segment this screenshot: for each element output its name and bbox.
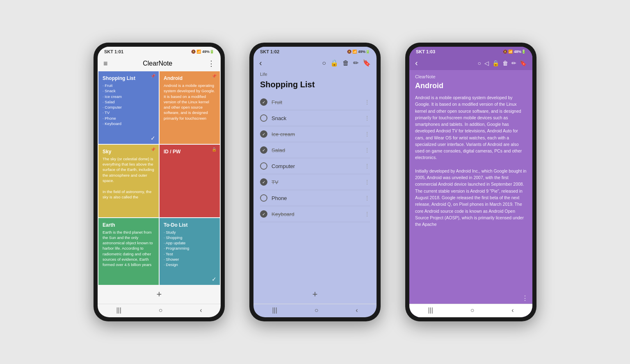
phone-1: SKT 1:01 🔕 📶 49%🔋 ≡ ClearNote ⋮ 📌 Shoppi…: [94, 43, 225, 321]
list-item: Computer ⋮: [260, 158, 370, 174]
note-title-idpw: ID / PW: [164, 149, 216, 155]
item-label-computer: Computer: [272, 163, 295, 169]
time-3: SKT 1:03: [416, 49, 435, 54]
note-card-todo[interactable]: To-Do List · Study· Shopping· App update…: [160, 218, 220, 285]
note-title-3: Android: [415, 82, 527, 90]
note-card-sky[interactable]: 📌 Sky The sky (or celestial dome) is eve…: [98, 145, 159, 217]
status-bar-3: SKT 1:03 🔕 📶 48%🔋: [409, 47, 532, 56]
note-body-sky: The sky (or celestial dome) is everythin…: [103, 156, 155, 200]
nav-back[interactable]: ‹: [200, 307, 202, 314]
nav-recent[interactable]: |||: [116, 307, 121, 314]
bookmark-icon-2[interactable]: 🔖: [363, 59, 371, 67]
item-more-fruit[interactable]: ⋮: [364, 99, 370, 105]
note-body-todo: · Study· Shopping· App update· Programmi…: [164, 230, 216, 268]
nav-bar-1: ||| ○ ‹: [98, 304, 221, 317]
list-item: Fruit ⋮: [260, 94, 370, 110]
note-body-shopping: · Fruit· Snack· Ice cream· Salad· Comput…: [103, 83, 155, 126]
checkbox-salad[interactable]: [260, 146, 267, 154]
note-content-area-3: ClearNote Android Android is a mobile op…: [409, 70, 532, 304]
status-icons-3: 🔕 📶 48%🔋: [503, 50, 526, 54]
nav-back-2[interactable]: ‹: [356, 307, 358, 314]
note-detail-title-2: Shopping List: [253, 78, 377, 94]
pin-icon-idpw: 🔒: [212, 147, 217, 152]
phone-3: SKT 1:03 🔕 📶 48%🔋 ‹ ○ ◁ 🔒 🗑 ✏ 🔖 ClearNot…: [405, 43, 536, 321]
item-label-keyboard: Keyboard: [272, 211, 294, 217]
delete-icon-3[interactable]: 🗑: [502, 60, 508, 66]
nav-home[interactable]: ○: [159, 307, 163, 314]
edit-icon-2[interactable]: ✏: [353, 59, 358, 67]
checklist-2: Fruit ⋮ Snack ⋮ Ice cream ⋮: [253, 94, 377, 285]
list-item: Snack ⋮: [260, 110, 370, 126]
checkbox-computer[interactable]: [260, 162, 267, 170]
nav-bar-2: ||| ○ ‹: [253, 304, 377, 317]
list-item: Salad ⋮: [260, 142, 370, 158]
item-more-icecream[interactable]: ⋮: [364, 131, 370, 137]
item-label-tv: TV: [272, 179, 278, 185]
nav-home-2[interactable]: ○: [315, 307, 319, 314]
nav-recent-2[interactable]: |||: [272, 307, 277, 314]
more-icon-1[interactable]: ⋮: [208, 59, 215, 68]
note-card-shopping[interactable]: 📌 Shopping List · Fruit· Snack· Ice crea…: [98, 71, 159, 144]
send-icon-3[interactable]: ◁: [484, 60, 489, 66]
pencil-icon-3[interactable]: ✏: [511, 60, 516, 66]
add-item-button[interactable]: +: [313, 289, 318, 300]
note-body-3: Android is a mobile operating system dev…: [415, 94, 527, 228]
note-card-earth[interactable]: Earth Earth is the third planet from the…: [98, 218, 159, 285]
item-more-tv[interactable]: ⋮: [364, 179, 370, 185]
app-bar-1: ≡ ClearNote ⋮: [98, 56, 221, 71]
note-title-shopping: Shopping List: [103, 75, 155, 81]
lock-icon-2[interactable]: 🔒: [330, 59, 338, 67]
action-icons-2: ○ 🔒 🗑 ✏ 🔖: [322, 59, 371, 67]
note-title-earth: Earth: [103, 222, 155, 228]
checkbox-fruit[interactable]: [260, 98, 267, 106]
checkbox-tv[interactable]: [260, 178, 267, 186]
delete-icon-2[interactable]: 🗑: [342, 59, 349, 67]
action-icons-3: ○ ◁ 🔒 🗑 ✏ 🔖: [478, 60, 527, 66]
back-button-2[interactable]: ‹: [259, 58, 262, 68]
note-card-idpw[interactable]: 🔒 ID / PW: [160, 145, 220, 217]
list-item: Ice cream ⋮: [260, 126, 370, 142]
back-button-3[interactable]: ‹: [415, 58, 418, 68]
item-more-salad[interactable]: ⋮: [364, 147, 370, 153]
checkbox-keyboard[interactable]: [260, 210, 267, 218]
phone-2: SKT 1:02 🔕 📶 49%🔋 ‹ ○ 🔒 🗑 ✏ 🔖 Life Shopp…: [249, 43, 381, 321]
status-bar-1: SKT 1:01 🔕 📶 49%🔋: [98, 47, 221, 56]
lock-icon-3[interactable]: 🔒: [492, 60, 499, 66]
item-label-phone: Phone: [272, 195, 287, 201]
list-item: Keyboard ⋮: [260, 206, 370, 222]
circle-icon-2[interactable]: ○: [322, 59, 326, 67]
item-label-salad: Salad: [272, 147, 285, 153]
note-title-todo: To-Do List: [164, 222, 216, 228]
app-bar-3: ‹ ○ ◁ 🔒 🗑 ✏ 🔖: [409, 56, 532, 70]
note-body-android: Android is a mobile operating system dev…: [164, 83, 216, 121]
menu-icon[interactable]: ≡: [103, 59, 108, 68]
pin-icon-sky: 📌: [151, 147, 155, 152]
note-body-earth: Earth is the third planet from the Sun a…: [103, 230, 155, 268]
circle-icon-3[interactable]: ○: [478, 60, 481, 66]
nav-recent-3[interactable]: |||: [428, 307, 433, 314]
item-label-snack: Snack: [272, 115, 286, 121]
more-button-3[interactable]: ⋮: [522, 294, 528, 302]
add-note-button[interactable]: +: [157, 289, 162, 300]
time-2: SKT 1:02: [260, 49, 279, 54]
note-category-2: Life: [253, 70, 377, 78]
nav-home-3[interactable]: ○: [470, 307, 475, 314]
item-label-fruit: Fruit: [272, 99, 282, 105]
checkbox-snack[interactable]: [260, 114, 267, 122]
item-more-keyboard[interactable]: ⋮: [364, 211, 370, 217]
nav-back-3[interactable]: ‹: [511, 307, 514, 314]
status-bar-2: SKT 1:02 🔕 📶 49%🔋: [253, 47, 377, 56]
checkbox-icecream[interactable]: [260, 130, 267, 138]
fab-area-1: +: [98, 285, 221, 304]
time-1: SKT 1:01: [104, 49, 123, 54]
item-more-phone[interactable]: ⋮: [364, 195, 370, 201]
item-more-snack[interactable]: ⋮: [364, 115, 370, 121]
bookmark-icon-3[interactable]: 🔖: [520, 60, 527, 66]
status-icons-2: 🔕 📶 49%🔋: [347, 50, 370, 54]
checkbox-phone[interactable]: [260, 194, 267, 202]
item-more-computer[interactable]: ⋮: [364, 163, 370, 169]
note-title-android: Android: [164, 75, 216, 81]
list-item: TV ⋮: [260, 174, 370, 190]
pin-icon-shopping: 📌: [151, 74, 155, 78]
note-card-android[interactable]: 📌 Android Android is a mobile operating …: [160, 71, 220, 144]
